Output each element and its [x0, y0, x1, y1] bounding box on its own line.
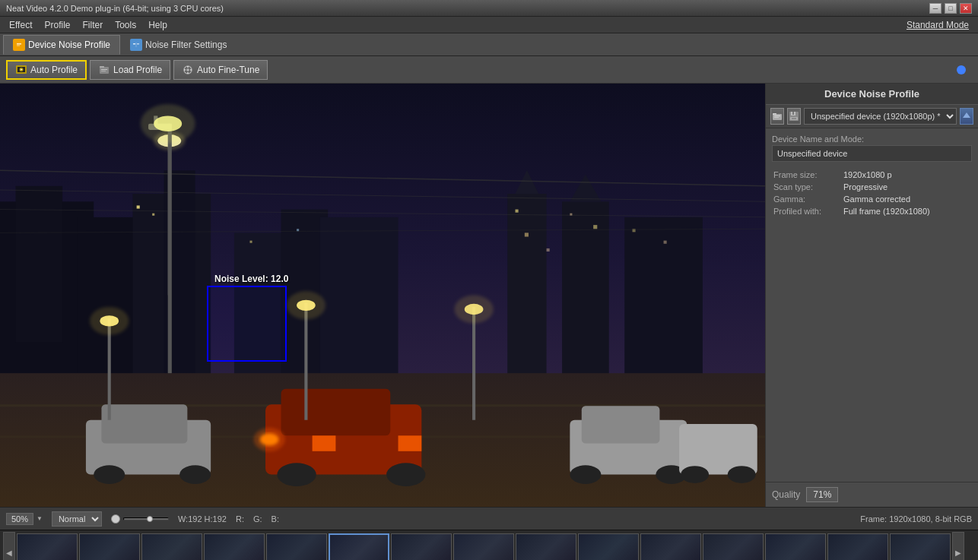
brightness-track[interactable]: [123, 517, 169, 520]
tab-bar: Device Noise Profile Noise Filter Settin…: [0, 33, 978, 56]
save-profile-button[interactable]: [787, 108, 801, 125]
video-canvas: Noise Level: 12.0: [0, 84, 765, 507]
svg-rect-42: [281, 389, 391, 436]
svg-rect-93: [774, 117, 779, 118]
status-indicator: [957, 65, 966, 74]
film-thumb-1[interactable]: [79, 533, 140, 561]
svg-rect-81: [168, 124, 172, 373]
svg-rect-71: [249, 241, 252, 243]
maximize-button[interactable]: □: [945, 3, 957, 14]
svg-rect-92: [774, 115, 780, 116]
minimize-button[interactable]: ─: [929, 3, 941, 14]
display-mode-select[interactable]: Normal: [52, 511, 102, 527]
load-profile-button[interactable]: Load Profile: [90, 60, 170, 80]
noise-selection-box[interactable]: [207, 286, 287, 362]
tab-device-label: Device Noise Profile: [28, 40, 110, 50]
film-thumb-0[interactable]: [17, 533, 78, 561]
menu-tools[interactable]: Tools: [109, 18, 142, 32]
svg-rect-46: [399, 435, 422, 451]
film-thumb-11[interactable]: [703, 533, 764, 561]
svg-point-62: [90, 307, 129, 335]
filmstrip-prev[interactable]: ◀: [3, 532, 15, 561]
svg-rect-4: [133, 43, 135, 45]
film-thumb-12[interactable]: [765, 533, 826, 561]
svg-rect-45: [313, 435, 336, 451]
svg-rect-91: [773, 113, 776, 115]
brightness-thumb[interactable]: [147, 516, 153, 522]
menu-profile[interactable]: Profile: [38, 18, 76, 32]
channel-g: G:: [253, 514, 262, 524]
film-thumb-6[interactable]: [391, 533, 452, 561]
menu-filter[interactable]: Filter: [76, 18, 109, 32]
device-name-label: Device Name and Mode:: [772, 134, 972, 144]
zoom-dropdown-arrow[interactable]: ▼: [37, 515, 43, 522]
filmstrip-next[interactable]: ▶: [952, 532, 964, 561]
auto-profile-button[interactable]: Auto Profile: [6, 60, 87, 80]
video-area[interactable]: Noise Level: 12.0: [0, 84, 765, 507]
svg-rect-32: [320, 217, 399, 389]
dimensions-display: W:192 H:192: [178, 514, 227, 524]
device-dropdown[interactable]: Unspecified device (1920x1080p) *: [804, 108, 957, 125]
scan-type-label: Scan type:: [773, 182, 842, 192]
gamma-value: Gamma corrected: [843, 194, 970, 204]
menu-help[interactable]: Help: [142, 18, 173, 32]
film-thumb-2[interactable]: [141, 533, 202, 561]
close-button[interactable]: ✕: [960, 3, 972, 14]
svg-rect-2: [17, 45, 20, 46]
film-thumb-13[interactable]: [827, 533, 888, 561]
svg-rect-13: [101, 69, 107, 70]
brightness-slider[interactable]: [111, 514, 169, 524]
open-profile-button[interactable]: [770, 108, 784, 125]
auto-profile-icon: [15, 64, 27, 76]
film-thumb-7[interactable]: [453, 533, 514, 561]
svg-rect-66: [472, 307, 475, 420]
svg-point-20: [186, 68, 189, 71]
tab-filter-label: Noise Filter Settings: [145, 40, 227, 50]
film-thumb-10[interactable]: [640, 533, 701, 561]
frame-info: Frame: 1920x1080, 8-bit RGB: [860, 514, 972, 524]
device-name-value: Unspecified device: [772, 145, 972, 162]
svg-point-51: [94, 465, 125, 484]
standard-mode-link[interactable]: Standard Mode: [900, 18, 975, 32]
svg-rect-70: [152, 214, 154, 216]
device-info-table: Frame size: 1920x1080 p Scan type: Progr…: [772, 168, 972, 218]
tab-noise-filter-settings[interactable]: Noise Filter Settings: [120, 35, 237, 55]
menu-effect[interactable]: Effect: [3, 18, 38, 32]
svg-rect-11: [100, 67, 109, 74]
svg-rect-96: [792, 112, 794, 115]
noise-annotation: Noise Level: 12.0: [207, 274, 288, 362]
svg-rect-89: [664, 241, 667, 244]
auto-fine-tune-icon: [182, 64, 194, 76]
film-thumb-9[interactable]: [578, 533, 639, 561]
title-text: Neat Video 4.2.0 Demo plug-in (64-bit; u…: [6, 4, 224, 13]
svg-point-55: [570, 465, 601, 484]
tab-device-noise-profile[interactable]: Device Noise Profile: [3, 35, 120, 55]
window-controls: ─ □ ✕: [929, 3, 972, 14]
film-thumb-5[interactable]: [329, 533, 389, 561]
open-folder-icon: [772, 111, 783, 122]
brightness-icon: [111, 514, 120, 524]
zoom-level[interactable]: 50%: [6, 513, 33, 525]
quality-row: Quality 71%: [766, 482, 978, 507]
toolbar: Auto Profile Load Profile Auto Fine-Tune: [0, 56, 978, 84]
film-thumb-4[interactable]: [266, 533, 327, 561]
up-arrow-icon: [961, 111, 972, 122]
film-thumb-3[interactable]: [204, 533, 265, 561]
svg-marker-99: [963, 112, 970, 118]
load-profile-icon: [98, 64, 110, 76]
svg-rect-86: [525, 233, 529, 236]
help-button[interactable]: [960, 108, 973, 125]
svg-point-65: [287, 291, 325, 319]
profiled-with-label: Profiled with:: [773, 206, 842, 217]
quality-label: Quality: [772, 489, 800, 500]
svg-rect-12: [100, 66, 104, 68]
auto-fine-tune-button[interactable]: Auto Fine-Tune: [173, 60, 268, 80]
svg-point-85: [141, 104, 195, 143]
menu-bar: Effect Profile Filter Tools Help Standar…: [0, 17, 978, 33]
film-thumb-8[interactable]: [516, 533, 576, 561]
svg-rect-88: [593, 225, 597, 229]
panel-toolbar: Unspecified device (1920x1080p) *: [766, 105, 978, 128]
film-thumb-14[interactable]: [890, 533, 951, 561]
svg-point-59: [728, 466, 756, 483]
svg-rect-54: [582, 406, 660, 443]
